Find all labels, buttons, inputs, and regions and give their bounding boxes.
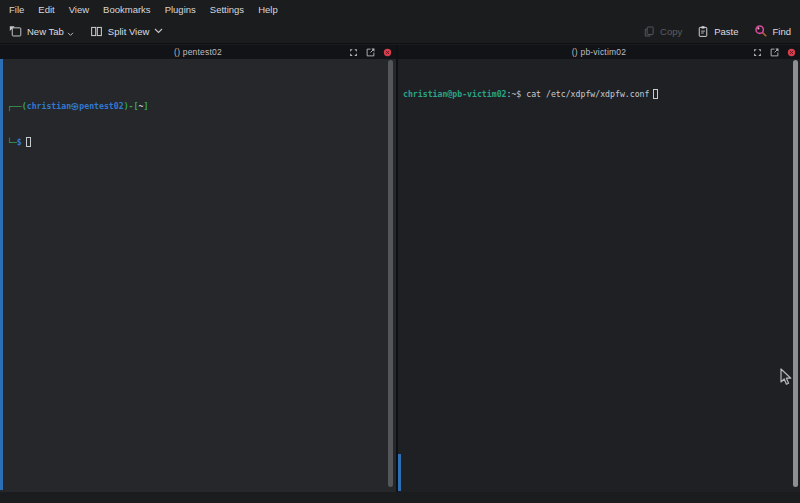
- terminal-line: ┌──(christian㉿pentest02)-[~]: [7, 100, 382, 112]
- close-view-icon[interactable]: [383, 48, 392, 57]
- split-view-button[interactable]: Split View: [90, 25, 164, 38]
- menu-help[interactable]: Help: [251, 3, 285, 16]
- paste-button[interactable]: Paste: [697, 25, 738, 38]
- scrolled-lines-highlight: [398, 454, 401, 491]
- close-view-icon[interactable]: [787, 48, 796, 57]
- pane-titlebar-icons: [753, 45, 796, 59]
- menu-edit[interactable]: Edit: [31, 3, 61, 16]
- find-icon: [754, 24, 768, 38]
- menu-settings[interactable]: Settings: [203, 3, 251, 16]
- terminal-cursor: [653, 89, 658, 99]
- menu-view[interactable]: View: [62, 3, 96, 16]
- maximize-view-icon[interactable]: [753, 48, 762, 57]
- copy-label: Copy: [660, 26, 682, 37]
- terminal-pb-victim02[interactable]: christian@pb-victim02:~$ cat /etc/xdpfw/…: [398, 59, 800, 492]
- scrollbar[interactable]: [388, 60, 393, 487]
- pane-pentest02-titlebar[interactable]: () pentest02: [0, 45, 396, 59]
- pane-titlebar-icons: [349, 45, 392, 59]
- toolbar: New Tab Split View: [0, 19, 800, 44]
- toolbar-right-group: Copy Paste: [628, 24, 791, 38]
- pane-title: () pb-victim02: [398, 47, 800, 57]
- find-button[interactable]: Find: [754, 24, 791, 38]
- copy-button[interactable]: Copy: [643, 25, 682, 38]
- chevron-down-icon: [67, 32, 74, 37]
- new-tab-label: New Tab: [27, 26, 64, 37]
- copy-icon: [643, 25, 655, 38]
- maximize-view-icon[interactable]: [349, 48, 358, 57]
- menu-bookmarks[interactable]: Bookmarks: [96, 3, 158, 16]
- terminal-cursor: [26, 137, 31, 147]
- paste-label: Paste: [714, 26, 738, 37]
- pane-pentest02: () pentest02: [0, 45, 396, 492]
- new-tab-icon: [9, 25, 22, 38]
- menu-file[interactable]: File: [2, 3, 31, 16]
- split-view-icon: [90, 25, 103, 38]
- scrollbar[interactable]: [793, 60, 798, 487]
- detach-view-icon[interactable]: [366, 48, 375, 57]
- menu-bar: File Edit View Bookmarks Plugins Setting…: [0, 0, 800, 19]
- active-view-indicator: [0, 59, 3, 490]
- new-tab-button[interactable]: New Tab: [9, 25, 74, 38]
- terminal-line: christian@pb-victim02:~$ cat /etc/xdpfw/…: [403, 88, 786, 100]
- paste-icon: [697, 25, 709, 38]
- konsole-window: File Edit View Bookmarks Plugins Setting…: [0, 0, 800, 503]
- detach-view-icon[interactable]: [770, 48, 779, 57]
- terminal-pentest02[interactable]: ┌──(christian㉿pentest02)-[~] └─$: [0, 59, 396, 492]
- menu-plugins[interactable]: Plugins: [158, 3, 203, 16]
- pane-pb-victim02-titlebar[interactable]: () pb-victim02: [398, 45, 800, 59]
- pane-pb-victim02: () pb-victim02: [398, 45, 800, 492]
- terminal-line: └─$: [7, 136, 382, 148]
- pane-title: () pentest02: [0, 47, 396, 57]
- find-label: Find: [773, 26, 791, 37]
- split-container: () pentest02: [0, 45, 800, 492]
- split-view-label: Split View: [108, 26, 150, 37]
- chevron-down-icon: [154, 28, 163, 34]
